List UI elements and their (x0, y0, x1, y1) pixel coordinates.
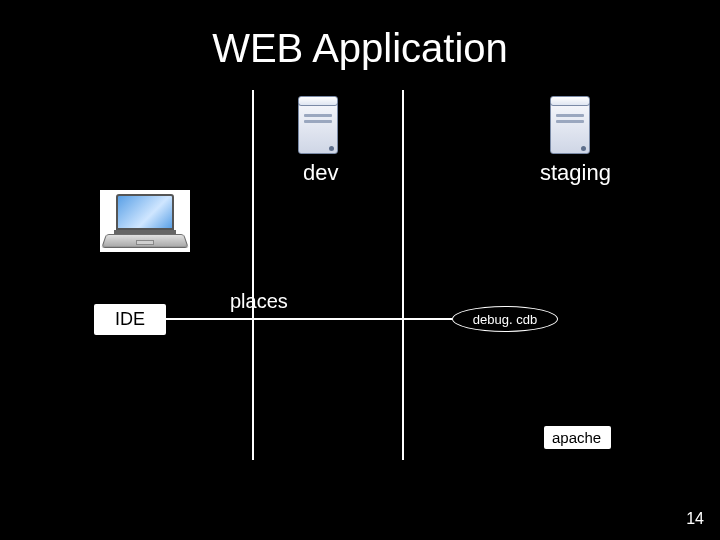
slide: WEB Application dev staging IDE places d… (0, 0, 720, 540)
places-label: places (230, 290, 288, 313)
debug-cdb-node: debug. cdb (452, 306, 558, 332)
laptop-icon (100, 190, 190, 252)
debug-cdb-label: debug. cdb (473, 312, 537, 327)
page-number: 14 (686, 510, 704, 528)
column-label-dev: dev (303, 160, 338, 186)
server-icon-staging (548, 96, 592, 156)
apache-node: apache (544, 426, 611, 449)
lane-line-dev-right (402, 90, 404, 460)
column-label-staging: staging (540, 160, 611, 186)
lane-line-dev-left (252, 90, 254, 460)
connector-ide-to-staging (166, 318, 452, 320)
slide-title: WEB Application (0, 26, 720, 71)
ide-box: IDE (94, 304, 166, 335)
server-icon-dev (296, 96, 340, 156)
